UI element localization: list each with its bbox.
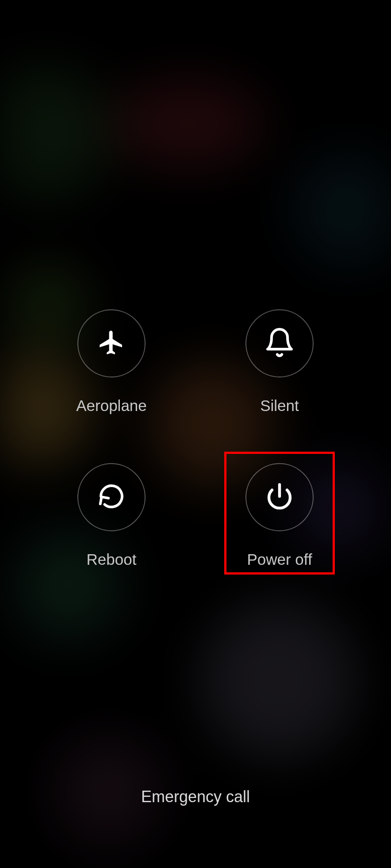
power-icon — [265, 482, 294, 512]
power-options-grid: Aeroplane Silent — [56, 309, 335, 568]
aeroplane-mode-button[interactable]: Aeroplane — [56, 309, 167, 415]
restart-icon — [97, 482, 126, 512]
aeroplane-circle — [77, 309, 146, 377]
power-off-label: Power off — [247, 551, 312, 568]
power-off-button[interactable]: Power off — [224, 463, 335, 568]
power-off-circle — [245, 463, 314, 531]
aeroplane-label: Aeroplane — [76, 397, 147, 415]
reboot-circle — [77, 463, 146, 531]
reboot-button[interactable]: Reboot — [56, 463, 167, 568]
airplane-icon — [97, 328, 126, 358]
power-menu: Aeroplane Silent — [0, 0, 391, 868]
reboot-label: Reboot — [87, 551, 137, 568]
bell-icon — [264, 327, 295, 360]
emergency-call-button[interactable]: Emergency call — [0, 788, 391, 806]
silent-circle — [245, 309, 314, 377]
silent-label: Silent — [260, 397, 299, 415]
silent-mode-button[interactable]: Silent — [224, 309, 335, 415]
